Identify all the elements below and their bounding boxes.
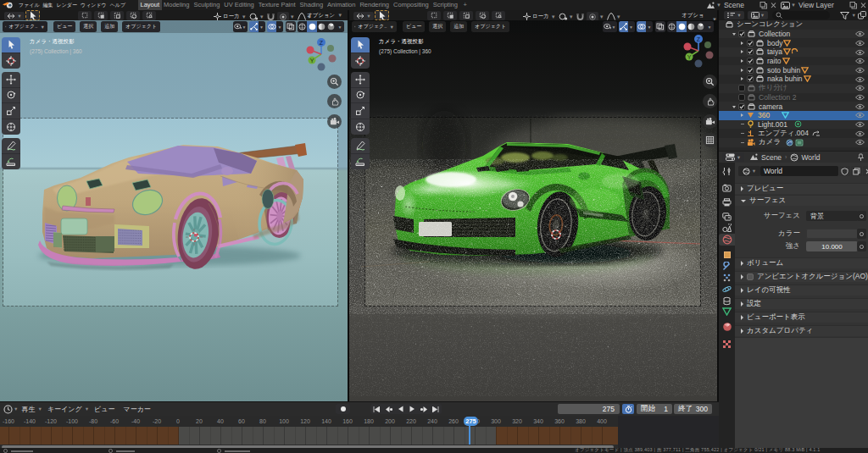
svg-text:Y: Y [687, 54, 692, 60]
svg-text:Y: Y [310, 58, 314, 64]
svg-text:Z: Z [320, 40, 324, 46]
svg-text:Z: Z [697, 36, 701, 42]
